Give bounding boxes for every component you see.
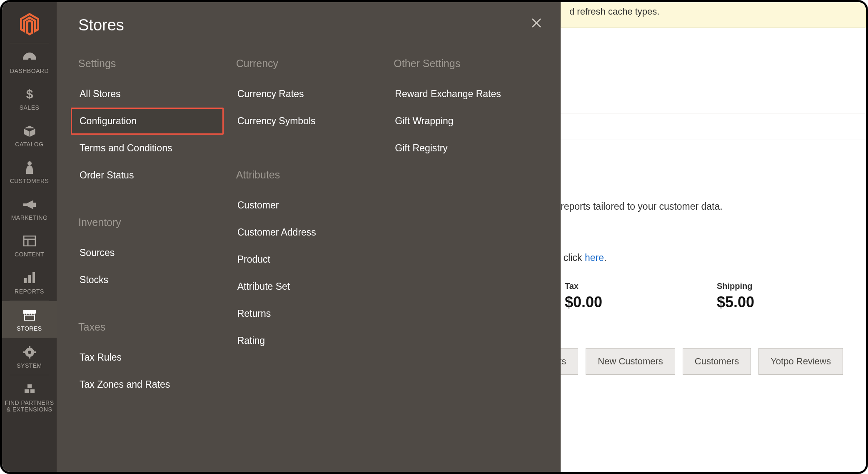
svg-rect-15 [23,351,26,353]
bars-icon [22,271,37,286]
svg-point-2 [27,161,32,166]
flyout-title: Stores [78,16,539,34]
menu-currency-symbols[interactable]: Currency Symbols [229,108,382,135]
blocks-icon [22,382,37,397]
sidebar-item-label: DASHBOARD [10,68,49,74]
close-button[interactable] [529,16,544,31]
svg-rect-9 [32,272,35,283]
sidebar-item-content[interactable]: CONTENT [2,227,57,263]
menu-attr-attribute-set[interactable]: Attribute Set [229,273,382,300]
tab-new-customers[interactable]: New Customers [586,348,675,375]
divider-line [561,113,866,113]
svg-point-0 [28,58,31,60]
flyout-col-1: Settings All Stores Configuration Terms … [78,58,224,398]
menu-tax-zones-rates[interactable]: Tax Zones and Rates [71,371,224,398]
sidebar-item-sales[interactable]: $ SALES [2,80,57,117]
sidebar-item-system[interactable]: SYSTEM [2,338,57,375]
click-pre: , click [558,252,585,263]
tab-customers[interactable]: Customers [683,348,751,375]
metric-shipping: Shipping $5.00 [717,281,868,311]
sidebar-item-label: CONTENT [15,251,44,258]
svg-rect-18 [25,389,29,393]
sidebar-item-partners[interactable]: FIND PARTNERS & EXTENSIONS [2,375,57,419]
menu-attr-product[interactable]: Product [229,246,382,273]
click-post: . [604,252,606,263]
dashboard-icon [22,50,37,65]
svg-rect-14 [29,356,30,359]
dollar-icon: $ [22,87,37,102]
here-link[interactable]: here [585,252,604,263]
sidebar-item-label: REPORTS [15,288,44,295]
menu-gift-registry[interactable]: Gift Registry [386,135,539,162]
menu-gift-wrapping[interactable]: Gift Wrapping [386,108,539,135]
sidebar-item-dashboard[interactable]: DASHBOARD [2,43,57,80]
menu-attr-customer-address[interactable]: Customer Address [229,219,382,246]
svg-rect-3 [33,203,36,207]
close-icon [531,17,542,30]
dashboard-tabs: ucts New Customers Customers Yotpo Revie… [537,348,843,375]
svg-rect-13 [29,346,30,349]
metric-value: $5.00 [717,293,868,311]
group-inventory-heading: Inventory [78,216,224,228]
svg-rect-8 [28,275,31,283]
tab-yotpo-reviews[interactable]: Yotpo Reviews [758,348,843,375]
person-icon [22,160,37,175]
sidebar-item-reports[interactable]: REPORTS [2,264,57,301]
notice-text: d refresh cache types. [569,6,659,17]
group-currency-heading: Currency [236,58,382,70]
svg-rect-19 [30,389,35,393]
menu-configuration[interactable]: Configuration [71,108,224,135]
svg-rect-4 [24,236,35,246]
magento-logo[interactable] [2,7,57,43]
page-background: d refresh cache types. reports tailored … [561,2,866,472]
gear-icon [22,345,37,360]
sidebar-item-label: MARKETING [11,214,48,221]
box-icon [22,123,37,138]
menu-reward-rates[interactable]: Reward Exchange Rates [386,80,539,108]
svg-point-12 [28,351,31,354]
menu-attr-returns[interactable]: Returns [229,300,382,327]
menu-stocks[interactable]: Stocks [71,266,224,293]
svg-rect-7 [24,278,27,283]
menu-sources[interactable]: Sources [71,239,224,266]
menu-attr-rating[interactable]: Rating [229,327,382,354]
svg-text:$: $ [26,87,33,101]
flyout-col-3: Other Settings Reward Exchange Rates Gif… [394,58,539,398]
svg-rect-17 [27,384,32,388]
menu-order-status[interactable]: Order Status [71,162,224,189]
menu-terms-conditions[interactable]: Terms and Conditions [71,135,224,162]
metric-tax: Tax $0.00 [565,281,717,311]
sidebar-item-stores[interactable]: STORES [2,301,57,338]
reports-text-fragment: reports tailored to your customer data. [561,201,723,212]
flyout-col-2: Currency Currency Rates Currency Symbols… [236,58,382,398]
sidebar-item-label: FIND PARTNERS & EXTENSIONS [4,399,55,413]
group-attributes-heading: Attributes [236,169,382,181]
metric-value: $0.00 [565,293,717,311]
group-other-heading: Other Settings [394,58,539,70]
sidebar-item-label: SYSTEM [17,362,42,369]
sidebar-item-customers[interactable]: CUSTOMERS [2,153,57,190]
metric-label: Shipping [717,281,868,291]
metrics-row: Tax $0.00 Shipping $5.00 [565,281,866,311]
metric-label: Tax [565,281,717,291]
sidebar-item-marketing[interactable]: MARKETING [2,190,57,227]
group-settings-heading: Settings [78,58,224,70]
click-here-text: , click here. [558,252,606,263]
sidebar-item-label: CATALOG [15,141,43,148]
menu-currency-rates[interactable]: Currency Rates [229,80,382,108]
sidebar-item-label: SALES [20,104,40,111]
svg-rect-10 [25,315,35,320]
sidebar-item-catalog[interactable]: CATALOG [2,117,57,153]
admin-sidebar: DASHBOARD $ SALES CATALOG CUSTOMERS MARK… [2,2,57,472]
menu-tax-rules[interactable]: Tax Rules [71,344,224,371]
divider-line [561,140,866,140]
menu-all-stores[interactable]: All Stores [71,80,224,108]
menu-attr-customer[interactable]: Customer [229,192,382,219]
megaphone-icon [22,197,37,212]
system-notice: d refresh cache types. [561,2,866,28]
storefront-icon [22,308,37,323]
sidebar-item-label: STORES [17,325,42,332]
svg-rect-16 [33,351,36,353]
app-frame: d refresh cache types. reports tailored … [0,0,868,474]
flyout-columns: Settings All Stores Configuration Terms … [78,58,539,398]
